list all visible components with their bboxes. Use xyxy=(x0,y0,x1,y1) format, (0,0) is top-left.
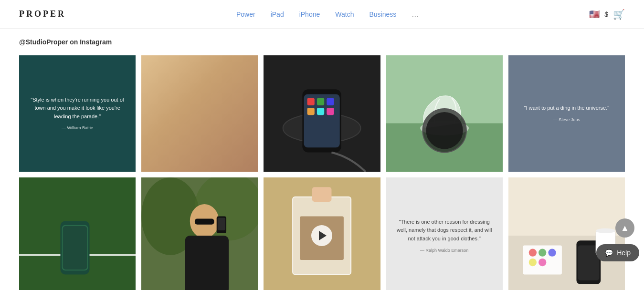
quote-text-1: "Style is when they're running you out o… xyxy=(19,86,136,141)
grid-item-1[interactable]: "Style is when they're running you out o… xyxy=(19,55,136,172)
tennis-image xyxy=(19,177,136,290)
svg-rect-16 xyxy=(317,98,324,105)
grid-item-5[interactable]: "I want to put a ding in the universe." … xyxy=(508,55,625,172)
svg-rect-8 xyxy=(206,89,230,128)
grid-item-3[interactable] xyxy=(264,55,380,172)
scroll-top-button[interactable]: ▲ xyxy=(615,218,634,238)
grid-item-2[interactable] xyxy=(141,55,258,172)
svg-point-54 xyxy=(596,228,615,233)
quote-text-5: "I want to put a ding in the universe." … xyxy=(515,94,619,133)
svg-line-3 xyxy=(141,121,258,123)
help-label: Help xyxy=(617,249,631,257)
desk-image xyxy=(508,177,625,290)
products-image xyxy=(141,55,258,172)
svg-rect-30 xyxy=(63,226,87,270)
water-splash-image xyxy=(386,55,503,172)
quote-text-9: "There is one other reason for dressing … xyxy=(386,208,503,263)
svg-rect-19 xyxy=(317,108,324,115)
svg-point-49 xyxy=(538,249,546,257)
svg-line-4 xyxy=(141,145,258,147)
svg-point-25 xyxy=(426,112,463,149)
svg-rect-0 xyxy=(141,55,258,172)
grid-item-6[interactable] xyxy=(19,177,136,290)
nav-business[interactable]: Business xyxy=(369,10,396,18)
help-bubble-icon: 💬 xyxy=(605,249,613,257)
nav-iphone[interactable]: iPhone xyxy=(299,10,320,18)
svg-rect-42 xyxy=(312,187,332,202)
nav-ipad[interactable]: iPad xyxy=(271,10,284,18)
svg-rect-17 xyxy=(327,98,334,105)
play-triangle-icon xyxy=(319,231,327,240)
help-button[interactable]: 💬 Help xyxy=(596,244,639,261)
man-phone-image xyxy=(141,177,258,290)
phone-charger-image xyxy=(264,55,380,172)
instagram-grid: "Style is when they're running you out o… xyxy=(19,55,625,290)
grid-item-4[interactable] xyxy=(386,55,503,172)
svg-rect-38 xyxy=(195,219,214,225)
nav-watch[interactable]: Watch xyxy=(335,10,354,18)
flag-icon: 🇺🇸 xyxy=(589,9,600,20)
svg-line-1 xyxy=(141,72,258,75)
svg-rect-5 xyxy=(166,75,204,104)
cart-button[interactable]: 🛒 xyxy=(613,9,625,20)
svg-rect-18 xyxy=(307,108,315,115)
svg-rect-9 xyxy=(161,114,195,138)
svg-rect-6 xyxy=(170,80,200,99)
svg-point-52 xyxy=(538,259,546,266)
grid-item-10[interactable] xyxy=(508,177,625,290)
instagram-section-title: @StudioProper on Instagram xyxy=(19,38,625,46)
currency-indicator: $ xyxy=(604,10,608,18)
nav-more[interactable]: ... xyxy=(412,9,419,19)
svg-rect-15 xyxy=(307,98,315,105)
svg-rect-20 xyxy=(327,108,334,115)
grid-item-8[interactable] xyxy=(264,177,380,290)
main-content: @StudioProper on Instagram "Style is whe… xyxy=(0,29,644,290)
svg-rect-35 xyxy=(185,236,229,290)
svg-line-2 xyxy=(141,99,258,102)
svg-point-50 xyxy=(548,249,556,257)
svg-point-10 xyxy=(207,126,232,141)
scroll-top-icon: ▲ xyxy=(621,223,629,233)
svg-point-48 xyxy=(529,249,537,257)
nav-power[interactable]: Power xyxy=(236,10,255,18)
svg-rect-7 xyxy=(204,84,231,133)
site-header: PROPER Power iPad iPhone Watch Business … xyxy=(0,0,644,29)
grid-item-7[interactable] xyxy=(141,177,258,290)
grid-item-9[interactable]: "There is one other reason for dressing … xyxy=(386,177,503,290)
site-logo: PROPER xyxy=(19,9,66,19)
main-nav: Power iPad iPhone Watch Business ... xyxy=(236,9,419,19)
header-actions: 🇺🇸 $ 🛒 xyxy=(589,9,625,20)
svg-point-51 xyxy=(529,259,537,266)
svg-rect-37 xyxy=(218,218,225,230)
